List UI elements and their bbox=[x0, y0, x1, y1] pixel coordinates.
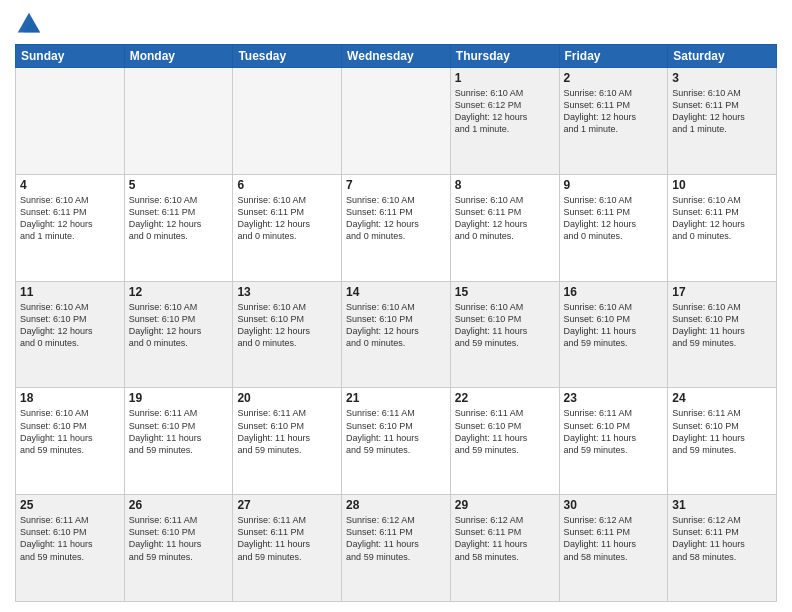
day-info: Sunrise: 6:12 AM Sunset: 6:11 PM Dayligh… bbox=[455, 514, 555, 563]
weekday-header-saturday: Saturday bbox=[668, 45, 777, 68]
day-number: 22 bbox=[455, 391, 555, 405]
logo bbox=[15, 10, 47, 38]
calendar-cell: 10Sunrise: 6:10 AM Sunset: 6:11 PM Dayli… bbox=[668, 174, 777, 281]
calendar-cell: 21Sunrise: 6:11 AM Sunset: 6:10 PM Dayli… bbox=[342, 388, 451, 495]
day-info: Sunrise: 6:11 AM Sunset: 6:10 PM Dayligh… bbox=[564, 407, 664, 456]
calendar-cell: 19Sunrise: 6:11 AM Sunset: 6:10 PM Dayli… bbox=[124, 388, 233, 495]
calendar-cell: 23Sunrise: 6:11 AM Sunset: 6:10 PM Dayli… bbox=[559, 388, 668, 495]
day-number: 8 bbox=[455, 178, 555, 192]
day-number: 12 bbox=[129, 285, 229, 299]
day-info: Sunrise: 6:10 AM Sunset: 6:11 PM Dayligh… bbox=[20, 194, 120, 243]
weekday-header-friday: Friday bbox=[559, 45, 668, 68]
day-info: Sunrise: 6:10 AM Sunset: 6:11 PM Dayligh… bbox=[346, 194, 446, 243]
day-number: 4 bbox=[20, 178, 120, 192]
calendar-cell: 6Sunrise: 6:10 AM Sunset: 6:11 PM Daylig… bbox=[233, 174, 342, 281]
day-info: Sunrise: 6:10 AM Sunset: 6:11 PM Dayligh… bbox=[129, 194, 229, 243]
day-info: Sunrise: 6:10 AM Sunset: 6:10 PM Dayligh… bbox=[20, 407, 120, 456]
calendar-cell: 12Sunrise: 6:10 AM Sunset: 6:10 PM Dayli… bbox=[124, 281, 233, 388]
calendar-cell: 17Sunrise: 6:10 AM Sunset: 6:10 PM Dayli… bbox=[668, 281, 777, 388]
day-info: Sunrise: 6:10 AM Sunset: 6:12 PM Dayligh… bbox=[455, 87, 555, 136]
calendar-cell: 16Sunrise: 6:10 AM Sunset: 6:10 PM Dayli… bbox=[559, 281, 668, 388]
calendar-cell: 25Sunrise: 6:11 AM Sunset: 6:10 PM Dayli… bbox=[16, 495, 125, 602]
day-info: Sunrise: 6:12 AM Sunset: 6:11 PM Dayligh… bbox=[346, 514, 446, 563]
calendar-cell: 11Sunrise: 6:10 AM Sunset: 6:10 PM Dayli… bbox=[16, 281, 125, 388]
calendar-cell: 9Sunrise: 6:10 AM Sunset: 6:11 PM Daylig… bbox=[559, 174, 668, 281]
day-number: 3 bbox=[672, 71, 772, 85]
day-info: Sunrise: 6:11 AM Sunset: 6:10 PM Dayligh… bbox=[129, 514, 229, 563]
day-info: Sunrise: 6:11 AM Sunset: 6:10 PM Dayligh… bbox=[672, 407, 772, 456]
day-info: Sunrise: 6:11 AM Sunset: 6:10 PM Dayligh… bbox=[237, 407, 337, 456]
day-info: Sunrise: 6:10 AM Sunset: 6:11 PM Dayligh… bbox=[237, 194, 337, 243]
calendar-cell: 15Sunrise: 6:10 AM Sunset: 6:10 PM Dayli… bbox=[450, 281, 559, 388]
calendar-cell: 31Sunrise: 6:12 AM Sunset: 6:11 PM Dayli… bbox=[668, 495, 777, 602]
day-info: Sunrise: 6:10 AM Sunset: 6:11 PM Dayligh… bbox=[564, 87, 664, 136]
day-number: 18 bbox=[20, 391, 120, 405]
weekday-header-sunday: Sunday bbox=[16, 45, 125, 68]
page: SundayMondayTuesdayWednesdayThursdayFrid… bbox=[0, 0, 792, 612]
day-number: 19 bbox=[129, 391, 229, 405]
day-number: 14 bbox=[346, 285, 446, 299]
day-info: Sunrise: 6:10 AM Sunset: 6:11 PM Dayligh… bbox=[455, 194, 555, 243]
calendar-cell: 29Sunrise: 6:12 AM Sunset: 6:11 PM Dayli… bbox=[450, 495, 559, 602]
day-number: 9 bbox=[564, 178, 664, 192]
calendar-cell: 22Sunrise: 6:11 AM Sunset: 6:10 PM Dayli… bbox=[450, 388, 559, 495]
calendar-cell bbox=[124, 68, 233, 175]
weekday-header-tuesday: Tuesday bbox=[233, 45, 342, 68]
day-number: 2 bbox=[564, 71, 664, 85]
day-number: 16 bbox=[564, 285, 664, 299]
calendar-cell: 7Sunrise: 6:10 AM Sunset: 6:11 PM Daylig… bbox=[342, 174, 451, 281]
calendar-cell: 26Sunrise: 6:11 AM Sunset: 6:10 PM Dayli… bbox=[124, 495, 233, 602]
day-number: 1 bbox=[455, 71, 555, 85]
calendar-cell: 30Sunrise: 6:12 AM Sunset: 6:11 PM Dayli… bbox=[559, 495, 668, 602]
calendar-cell: 18Sunrise: 6:10 AM Sunset: 6:10 PM Dayli… bbox=[16, 388, 125, 495]
day-number: 17 bbox=[672, 285, 772, 299]
calendar-cell: 14Sunrise: 6:10 AM Sunset: 6:10 PM Dayli… bbox=[342, 281, 451, 388]
calendar-cell: 4Sunrise: 6:10 AM Sunset: 6:11 PM Daylig… bbox=[16, 174, 125, 281]
day-info: Sunrise: 6:11 AM Sunset: 6:10 PM Dayligh… bbox=[20, 514, 120, 563]
day-info: Sunrise: 6:11 AM Sunset: 6:10 PM Dayligh… bbox=[129, 407, 229, 456]
logo-icon bbox=[15, 10, 43, 38]
calendar-row-2: 11Sunrise: 6:10 AM Sunset: 6:10 PM Dayli… bbox=[16, 281, 777, 388]
calendar-cell: 8Sunrise: 6:10 AM Sunset: 6:11 PM Daylig… bbox=[450, 174, 559, 281]
day-info: Sunrise: 6:10 AM Sunset: 6:10 PM Dayligh… bbox=[346, 301, 446, 350]
calendar-cell: 3Sunrise: 6:10 AM Sunset: 6:11 PM Daylig… bbox=[668, 68, 777, 175]
weekday-header-monday: Monday bbox=[124, 45, 233, 68]
day-number: 20 bbox=[237, 391, 337, 405]
day-info: Sunrise: 6:10 AM Sunset: 6:10 PM Dayligh… bbox=[672, 301, 772, 350]
day-info: Sunrise: 6:12 AM Sunset: 6:11 PM Dayligh… bbox=[564, 514, 664, 563]
day-info: Sunrise: 6:10 AM Sunset: 6:10 PM Dayligh… bbox=[564, 301, 664, 350]
day-info: Sunrise: 6:10 AM Sunset: 6:10 PM Dayligh… bbox=[455, 301, 555, 350]
day-number: 26 bbox=[129, 498, 229, 512]
calendar-row-0: 1Sunrise: 6:10 AM Sunset: 6:12 PM Daylig… bbox=[16, 68, 777, 175]
day-number: 5 bbox=[129, 178, 229, 192]
day-number: 25 bbox=[20, 498, 120, 512]
calendar-cell: 24Sunrise: 6:11 AM Sunset: 6:10 PM Dayli… bbox=[668, 388, 777, 495]
day-number: 31 bbox=[672, 498, 772, 512]
calendar-cell: 2Sunrise: 6:10 AM Sunset: 6:11 PM Daylig… bbox=[559, 68, 668, 175]
day-number: 30 bbox=[564, 498, 664, 512]
day-number: 21 bbox=[346, 391, 446, 405]
day-number: 28 bbox=[346, 498, 446, 512]
header bbox=[15, 10, 777, 38]
day-number: 11 bbox=[20, 285, 120, 299]
calendar-cell: 13Sunrise: 6:10 AM Sunset: 6:10 PM Dayli… bbox=[233, 281, 342, 388]
day-number: 6 bbox=[237, 178, 337, 192]
weekday-header-row: SundayMondayTuesdayWednesdayThursdayFrid… bbox=[16, 45, 777, 68]
day-number: 27 bbox=[237, 498, 337, 512]
calendar-cell bbox=[233, 68, 342, 175]
day-number: 23 bbox=[564, 391, 664, 405]
calendar-cell: 20Sunrise: 6:11 AM Sunset: 6:10 PM Dayli… bbox=[233, 388, 342, 495]
day-info: Sunrise: 6:10 AM Sunset: 6:10 PM Dayligh… bbox=[129, 301, 229, 350]
day-number: 24 bbox=[672, 391, 772, 405]
day-info: Sunrise: 6:10 AM Sunset: 6:11 PM Dayligh… bbox=[672, 194, 772, 243]
calendar-row-3: 18Sunrise: 6:10 AM Sunset: 6:10 PM Dayli… bbox=[16, 388, 777, 495]
day-number: 13 bbox=[237, 285, 337, 299]
day-info: Sunrise: 6:10 AM Sunset: 6:10 PM Dayligh… bbox=[237, 301, 337, 350]
day-info: Sunrise: 6:11 AM Sunset: 6:10 PM Dayligh… bbox=[455, 407, 555, 456]
calendar-cell: 27Sunrise: 6:11 AM Sunset: 6:11 PM Dayli… bbox=[233, 495, 342, 602]
day-number: 29 bbox=[455, 498, 555, 512]
day-info: Sunrise: 6:10 AM Sunset: 6:10 PM Dayligh… bbox=[20, 301, 120, 350]
calendar: SundayMondayTuesdayWednesdayThursdayFrid… bbox=[15, 44, 777, 602]
calendar-row-1: 4Sunrise: 6:10 AM Sunset: 6:11 PM Daylig… bbox=[16, 174, 777, 281]
calendar-cell: 5Sunrise: 6:10 AM Sunset: 6:11 PM Daylig… bbox=[124, 174, 233, 281]
